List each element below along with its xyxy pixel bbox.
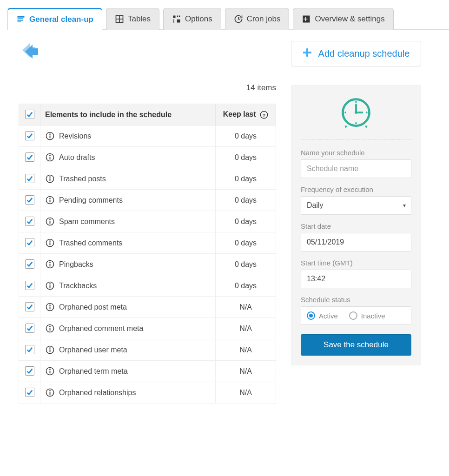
svg-point-42 (49, 369, 51, 370)
info-icon[interactable] (45, 174, 54, 184)
row-keeplast: 0 days (216, 190, 276, 211)
info-icon[interactable] (45, 260, 54, 269)
add-cleanup-schedule-button[interactable]: Add cleanup schedule (291, 41, 421, 66)
info-icon[interactable] (45, 217, 54, 226)
info-icon[interactable] (45, 345, 54, 355)
overview-icon (302, 14, 311, 24)
tab-bar: General clean-up Tables Options Cron job… (7, 7, 449, 30)
tab-options[interactable]: Options (163, 8, 221, 30)
svg-rect-19 (49, 200, 50, 203)
row-checkbox[interactable] (25, 195, 34, 205)
svg-rect-37 (49, 328, 50, 331)
table-row: Revisions0 days (19, 126, 276, 147)
row-checkbox[interactable] (25, 259, 34, 269)
row-checkbox[interactable] (25, 238, 34, 247)
tab-overview[interactable]: Overview & settings (293, 8, 393, 30)
info-icon[interactable] (45, 281, 54, 291)
content-area: 14 items Elements to include in the sche… (7, 30, 449, 403)
frequency-select[interactable] (301, 196, 411, 215)
row-checkbox[interactable] (25, 152, 34, 162)
svg-point-52 (355, 111, 357, 114)
table-row: Auto drafts0 days (19, 147, 276, 168)
svg-text:?: ? (263, 112, 265, 117)
plus-icon (303, 48, 312, 60)
status-active-option[interactable]: Active (307, 311, 338, 320)
row-label: Orphaned relationships (59, 389, 136, 397)
row-checkbox[interactable] (25, 324, 34, 333)
elements-table: Elements to include in the schedule Keep… (19, 104, 276, 403)
schedule-name-input[interactable] (301, 159, 411, 178)
save-schedule-button[interactable]: Save the schedule (301, 334, 411, 356)
divider (301, 139, 411, 139)
svg-point-45 (49, 390, 51, 391)
svg-point-36 (49, 326, 51, 327)
table-row: Orphaned comment metaN/A (19, 318, 276, 339)
info-icon[interactable] (45, 196, 54, 205)
svg-point-56 (344, 112, 346, 113)
table-row: Spam comments0 days (19, 211, 276, 232)
row-keeplast: 0 days (216, 126, 276, 147)
svg-rect-25 (49, 243, 50, 245)
row-checkbox[interactable] (25, 345, 34, 354)
info-icon[interactable] (45, 132, 54, 141)
info-icon[interactable] (45, 388, 54, 397)
svg-rect-3 (173, 20, 175, 21)
select-all-checkbox[interactable] (25, 110, 34, 119)
tab-cron[interactable]: Cron jobs (225, 8, 290, 30)
row-keeplast: N/A (216, 339, 276, 361)
svg-rect-40 (49, 350, 50, 352)
svg-rect-0 (173, 16, 176, 18)
status-inactive-option[interactable]: Inactive (349, 311, 385, 320)
tab-tables[interactable]: Tables (106, 8, 159, 30)
item-count: 14 items (19, 83, 276, 93)
name-label: Name your schedule (301, 149, 411, 157)
tab-label: Options (185, 14, 212, 24)
svg-rect-46 (49, 392, 50, 395)
tab-label: Overview & settings (315, 14, 384, 24)
cleanup-icon (16, 15, 26, 24)
options-icon (172, 14, 181, 24)
clock-icon (301, 95, 411, 132)
info-icon[interactable] (45, 303, 54, 312)
tables-icon (115, 14, 124, 24)
svg-point-24 (49, 240, 51, 242)
start-date-input[interactable] (301, 233, 411, 251)
row-checkbox[interactable] (25, 281, 34, 290)
row-checkbox[interactable] (25, 217, 34, 226)
row-label: Trackbacks (59, 282, 97, 290)
info-icon[interactable] (45, 153, 54, 162)
row-checkbox[interactable] (25, 302, 34, 311)
svg-rect-2 (179, 16, 180, 17)
svg-point-9 (49, 133, 51, 135)
row-keeplast: 0 days (216, 147, 276, 168)
table-row: Pingbacks0 days (19, 254, 276, 275)
table-row: Orphaned user metaN/A (19, 339, 276, 361)
start-time-input[interactable] (301, 270, 411, 288)
svg-point-21 (49, 219, 51, 220)
row-checkbox[interactable] (25, 388, 34, 397)
row-label: Orphaned comment meta (59, 324, 143, 332)
row-checkbox[interactable] (25, 131, 34, 140)
row-checkbox[interactable] (25, 366, 34, 376)
info-icon[interactable] (45, 367, 54, 376)
svg-rect-31 (49, 285, 50, 288)
info-icon[interactable] (45, 238, 54, 248)
svg-point-30 (49, 283, 51, 284)
table-row: Trackbacks0 days (19, 275, 276, 297)
help-icon[interactable]: ? (260, 111, 268, 119)
svg-point-55 (355, 122, 357, 124)
info-icon[interactable] (45, 324, 54, 333)
svg-rect-22 (49, 221, 50, 224)
row-keeplast: N/A (216, 382, 276, 403)
back-button[interactable] (19, 41, 276, 61)
header-elements: Elements to include in the schedule (40, 104, 216, 126)
svg-rect-5 (177, 20, 180, 23)
table-row: Trashed posts0 days (19, 168, 276, 190)
row-checkbox[interactable] (25, 174, 34, 183)
tab-general-cleanup[interactable]: General clean-up (7, 8, 102, 30)
svg-rect-48 (303, 52, 311, 53)
left-column: 14 items Elements to include in the sche… (7, 41, 276, 403)
row-label: Trashed posts (59, 175, 106, 183)
svg-rect-13 (49, 157, 50, 160)
row-keeplast: N/A (216, 361, 276, 382)
